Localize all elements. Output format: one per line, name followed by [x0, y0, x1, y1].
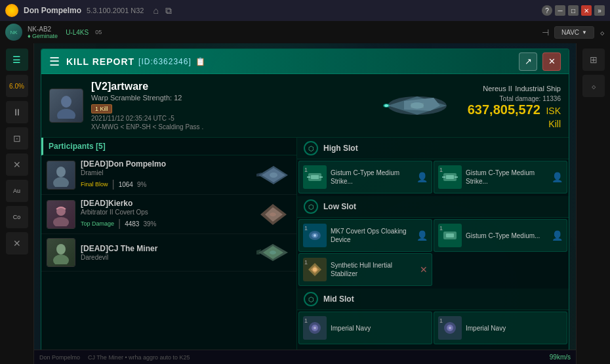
low-slot-items: 1 MK7 Covert Ops C: [297, 218, 569, 287]
mid-slot-items: 1 Imperial Navy: [297, 310, 569, 346]
svg-point-6: [411, 102, 424, 109]
high-slot-header: ⬡ High Slot: [297, 138, 569, 159]
si-name-7: Imperial Navy: [466, 324, 563, 333]
si-person-icon-4: 👤: [552, 230, 563, 241]
kr-result: Kill: [468, 119, 561, 129]
p-info-3: [DEAD]CJ The Miner Daredevil: [81, 244, 250, 261]
high-slot-item-2[interactable]: 1: [434, 161, 567, 193]
p-ship-img-3: [255, 239, 291, 266]
svg-point-20: [56, 244, 66, 254]
multi-window-icon[interactable]: ⧉: [165, 5, 172, 16]
p-name-3: [DEAD]CJ The Miner: [81, 244, 250, 253]
right-sidebar-diamond[interactable]: ⬦: [582, 75, 605, 97]
participant-item-2[interactable]: [DEAD]Kierko Arbitrator II Covert Ops To…: [41, 195, 296, 234]
kr-info: [V2]artware Warp Scramble Strength: 12 1…: [41, 74, 569, 138]
kr-victim-info: [V2]artware Warp Scramble Strength: 12 1…: [91, 81, 367, 131]
right-sidebar-grid[interactable]: ⊞: [582, 49, 605, 71]
maximize-button[interactable]: □: [568, 5, 579, 16]
minimize-button[interactable]: ─: [555, 5, 565, 16]
navy-icon-1: [306, 319, 324, 337]
participant-item-3[interactable]: [DEAD]CJ The Miner Daredevil: [41, 234, 296, 272]
si-qty-1: 1: [304, 167, 308, 173]
sidebar-item-menu[interactable]: ☰: [6, 49, 28, 71]
participant-item-1[interactable]: [DEAD]Don Pompelmo Dramiel Final Blow | …: [41, 155, 296, 195]
si-name-4: Gistum C-Type Medium...: [466, 232, 548, 240]
high-slot-title: High Slot: [323, 144, 358, 153]
home-nav-icon[interactable]: ⌂: [153, 5, 158, 16]
si-wrapper-2: 1: [438, 165, 462, 189]
high-slot-section: ⬡ High Slot 1: [297, 138, 569, 195]
svg-point-24: [270, 251, 276, 254]
si-x-icon-5: ✕: [420, 264, 428, 275]
titlebar: Don Pompelmo 5.3.100.2001 N32 ⌂ ⧉ ? ─ □ …: [0, 0, 610, 21]
mid-slot-item-2[interactable]: 1 Imperial Navy: [434, 312, 567, 344]
low-slot-header: ⬡ Low Slot: [297, 196, 569, 218]
speed-display: 99km/s: [550, 354, 571, 361]
more-button[interactable]: »: [594, 5, 605, 16]
kr-share-button[interactable]: ↗: [519, 52, 537, 71]
low-slot-item-2[interactable]: 1 Gistum C-Type Medium...: [434, 219, 567, 252]
close-button[interactable]: ✕: [581, 5, 592, 16]
help-button[interactable]: ?: [542, 5, 552, 16]
si-name-2: Gistum C-Type Medium Strike...: [466, 169, 548, 186]
p-top-damage-label: Top Damage: [81, 220, 114, 227]
sidebar-item-pause[interactable]: ⏸: [6, 101, 28, 123]
login-icon[interactable]: ⊣: [542, 28, 549, 37]
p-ship-3: Daredevil: [81, 254, 250, 261]
window-controls: ? ─ □ ✕ »: [542, 5, 605, 16]
nav-player-name: NK-AB2: [28, 26, 58, 33]
kr-actions: ↗ ✕: [519, 52, 561, 71]
p-name-1: [DEAD]Don Pompelmo: [81, 159, 250, 169]
low-slot-item-3[interactable]: 1 Synthetic Hull I: [298, 253, 432, 286]
si-wrapper-5: 1: [303, 258, 327, 281]
kr-ship-image: [375, 83, 460, 129]
p-avatar-3: [47, 238, 75, 267]
p-avatar-2: [47, 200, 75, 229]
si-person-icon-1: 👤: [417, 172, 428, 182]
svg-marker-25: [256, 249, 261, 254]
sidebar-item-close2[interactable]: ✕: [6, 232, 28, 254]
kr-copy-icon[interactable]: 📋: [195, 57, 206, 66]
navc-chevron: ▼: [582, 30, 587, 35]
si-qty-6: 1: [304, 317, 308, 324]
ship-svg-1: [255, 163, 291, 188]
module-icon-4: [441, 226, 459, 245]
navbar-left: NK NK-AB2 ♦ Geminate U-L4KS 05: [5, 24, 102, 41]
mid-slot-item-1[interactable]: 1 Imperial Navy: [298, 312, 432, 344]
p-final-blow-label: Final Blow: [81, 181, 108, 188]
p-info-2: [DEAD]Kierko Arbitrator II Covert Ops To…: [81, 199, 250, 230]
avatar-svg-1: [49, 163, 73, 187]
si-name-6: Imperial Navy: [331, 324, 428, 333]
ship-svg-3: [255, 240, 291, 265]
low-slot-item-1[interactable]: 1 MK7 Covert Ops C: [298, 219, 432, 252]
si-qty-2: 1: [439, 167, 443, 173]
high-slot-item-1[interactable]: 1: [298, 161, 432, 193]
navbar: NK NK-AB2 ♦ Geminate U-L4KS 05 ⊣ NAVC ▼ …: [0, 21, 610, 43]
svg-point-16: [53, 217, 69, 226]
kr-isk-value: 637,805,572 ISK: [468, 102, 561, 117]
sidebar-item-aurora[interactable]: Au: [6, 180, 28, 202]
p-ship-img-1: [255, 162, 291, 188]
module-icon-1: [306, 168, 324, 186]
titlebar-left: Don Pompelmo 5.3.100.2001 N32 ⌂ ⧉: [5, 4, 172, 17]
kr-menu-icon[interactable]: ☰: [49, 54, 60, 69]
bottom-status: Don Pompelmo CJ The Miner • wrha aggro a…: [34, 350, 576, 364]
filter-icon[interactable]: ⬦: [600, 27, 605, 37]
sidebar-item-stats[interactable]: 6.0%: [6, 75, 28, 97]
navc-button[interactable]: NAVC ▼: [554, 26, 594, 39]
svg-point-21: [53, 254, 69, 264]
sidebar-item-box[interactable]: ⊡: [6, 127, 28, 150]
svg-point-9: [56, 167, 66, 177]
kr-victim-name: [V2]artware: [91, 81, 367, 92]
kr-close-button[interactable]: ✕: [542, 52, 561, 71]
kr-kill-tag: 1 Kill: [91, 104, 112, 113]
status-chat: CJ The Miner • wrha aggro auto to K25: [88, 354, 190, 361]
si-name-5: Synthetic Hull Inertial Stabilizer: [331, 261, 416, 278]
si-wrapper-7: 1: [438, 316, 462, 340]
sidebar-item-command[interactable]: Co: [6, 206, 28, 228]
kr-victim-avatar-inner: [50, 89, 83, 122]
svg-point-13: [270, 172, 277, 178]
sidebar-item-close[interactable]: ✕: [6, 153, 28, 176]
si-name-1: Gistum C-Type Medium Strike...: [331, 169, 413, 186]
p-ship-2: Arbitrator II Covert Ops: [81, 209, 250, 216]
